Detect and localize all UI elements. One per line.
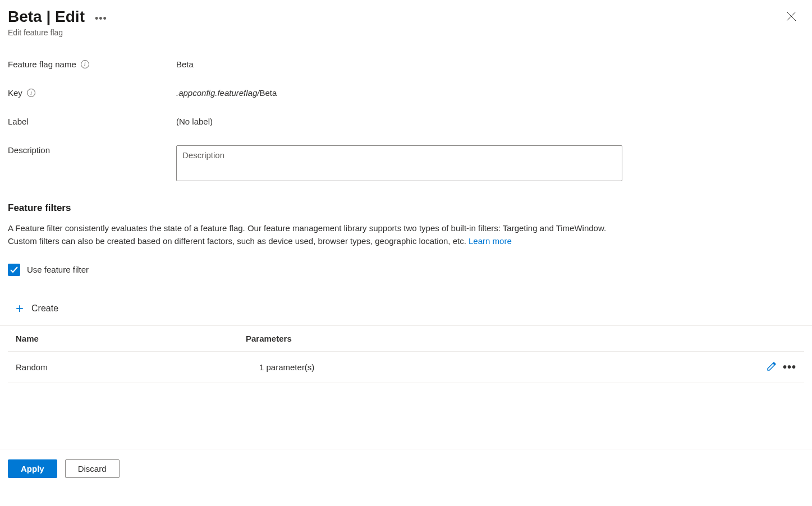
- use-feature-filter-row: Use feature filter: [0, 264, 812, 276]
- label-label: Label: [8, 117, 176, 126]
- edit-button[interactable]: [766, 361, 777, 374]
- page-subtitle: Edit feature flag: [8, 28, 107, 37]
- create-filter-button[interactable]: + Create: [0, 288, 812, 326]
- create-label: Create: [31, 303, 58, 314]
- title-more-icon[interactable]: •••: [95, 13, 107, 25]
- apply-button[interactable]: Apply: [8, 459, 57, 478]
- label-text: Feature flag name: [8, 59, 76, 69]
- page-header: Beta | Edit ••• Edit feature flag: [0, 0, 812, 40]
- row-label: Label (No label): [0, 117, 812, 126]
- description-input[interactable]: [176, 145, 622, 181]
- label-key: Key i: [8, 88, 176, 98]
- value-label: (No label): [176, 117, 804, 126]
- title-row: Beta | Edit •••: [8, 8, 107, 26]
- close-button[interactable]: [781, 8, 802, 27]
- value-feature-flag-name: Beta: [176, 59, 804, 69]
- learn-more-link[interactable]: Learn more: [469, 236, 512, 246]
- row-more-button[interactable]: •••: [783, 361, 796, 372]
- feature-filters-heading: Feature filters: [0, 203, 812, 214]
- footer: Apply Discard: [0, 449, 812, 478]
- label-text: Description: [8, 145, 50, 155]
- page-title: Beta | Edit: [8, 8, 85, 26]
- filters-desc-text: A Feature filter consistently evaluates …: [8, 223, 606, 246]
- label-text: Label: [8, 117, 29, 126]
- plus-icon: +: [16, 302, 24, 315]
- col-header-parameters: Parameters: [246, 334, 796, 343]
- info-icon[interactable]: i: [27, 89, 35, 97]
- cell-filter-name: Random: [16, 362, 246, 372]
- close-icon: [786, 11, 796, 21]
- value-key: .appconfig.featureflag/Beta: [176, 88, 804, 98]
- label-description: Description: [8, 145, 176, 155]
- header-left: Beta | Edit ••• Edit feature flag: [8, 8, 107, 37]
- filters-table-header: Name Parameters: [8, 326, 804, 352]
- cell-filter-params: 1 parameter(s): [246, 362, 766, 372]
- use-feature-filter-label: Use feature filter: [27, 265, 89, 274]
- filters-table-row: Random 1 parameter(s) •••: [8, 352, 804, 383]
- filters-table: Name Parameters Random 1 parameter(s) ••…: [0, 326, 812, 383]
- key-prefix: .appconfig.featureflag/: [176, 88, 259, 98]
- col-header-name: Name: [16, 334, 246, 343]
- use-feature-filter-checkbox[interactable]: [8, 264, 20, 276]
- row-actions: •••: [766, 361, 796, 374]
- feature-filters-description: A Feature filter consistently evaluates …: [0, 222, 620, 248]
- key-suffix: Beta: [259, 88, 277, 98]
- discard-button[interactable]: Discard: [65, 459, 120, 478]
- info-icon[interactable]: i: [81, 60, 89, 68]
- label-text: Key: [8, 88, 22, 98]
- row-description: Description: [0, 145, 812, 181]
- label-feature-flag-name: Feature flag name i: [8, 59, 176, 69]
- row-key: Key i .appconfig.featureflag/Beta: [0, 88, 812, 98]
- row-feature-flag-name: Feature flag name i Beta: [0, 59, 812, 69]
- checkmark-icon: [10, 265, 19, 274]
- pencil-icon: [766, 361, 777, 372]
